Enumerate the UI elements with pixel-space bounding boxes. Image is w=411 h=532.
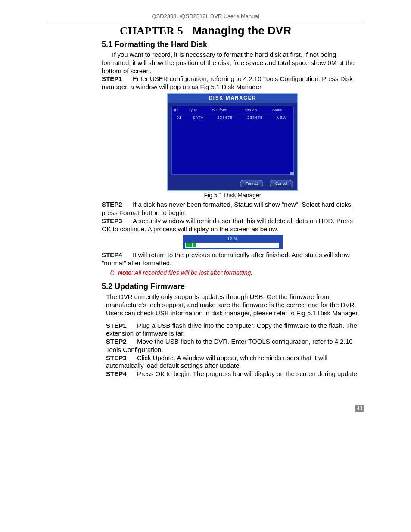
col-status: Status [270,106,293,114]
s52-step3-text: Click Update. A window will appear, whic… [106,354,327,370]
page-number: 43 [355,405,364,412]
col-free: Free/MB [240,106,270,114]
s52-step3-label: STEP3 [106,354,137,362]
disk-manager-title: DISK MANAGER [168,94,297,103]
step1-label: STEP1 [102,75,133,83]
format-button[interactable]: Format [240,180,264,187]
cell-size: 238475 [210,114,240,121]
step3-label: STEP3 [102,217,133,225]
step1-text: Enter USER configuration, referring to 4… [102,75,353,90]
cell-free: 238475 [240,114,270,121]
figure-disk-manager: DISK MANAGER ID Type Size/MB Free/MB Sta… [102,93,364,199]
cell-status: NEW [270,114,293,121]
s52-step4-line: STEP4Press OK to begin. The progress bar… [106,370,364,378]
col-size: Size/MB [210,106,240,114]
section-51-content: If you want to record, it is necessary t… [102,51,364,277]
col-type: Type [186,106,210,114]
s52-step4-label: STEP4 [106,370,137,378]
chapter-name: Managing the DVR [192,24,291,37]
section-51-intro: If you want to record, it is necessary t… [102,51,364,75]
disk-manager-window: DISK MANAGER ID Type Size/MB Free/MB Sta… [167,93,298,191]
section-52-content: The DVR currently only supports updates … [106,293,364,378]
cell-type: SATA [186,114,210,121]
progress-bar [185,243,280,248]
step2-text: If a disk has never been formatted, Stat… [102,201,353,216]
scrollbar[interactable] [290,104,294,175]
step2-label: STEP2 [102,201,133,209]
step2-line: STEP2If a disk has never been formatted,… [102,201,364,217]
s52-step1-text: Plug a USB flash drive into the computer… [106,322,357,337]
cell-id: 01 [172,114,186,121]
cancel-button[interactable]: Cancel [270,180,293,187]
figure-caption: Fig 5.1 Disk Manager [102,192,364,199]
note-text: : All recorded files will be lost after … [131,269,252,276]
s52-step2-text: Move the USB flash to the DVR. Enter TOO… [106,338,353,353]
progress-window: 12 % [183,235,283,249]
progress-percent: 12 % [185,236,280,241]
note-line: Note: All recorded files will be lost af… [109,269,364,277]
col-id: ID [172,106,186,114]
section-52-heading: 5.2 Updating Firmware [102,282,364,291]
s52-step3-line: STEP3Click Update. A window will appear,… [106,354,364,370]
figure-progress: 12 % [102,235,364,249]
step3-text: A security window will remind user that … [102,217,353,233]
step1-line: STEP1Enter USER configuration, referring… [102,75,364,91]
chapter-number: CHAPTER 5 [120,25,183,37]
table-row[interactable]: 01 SATA 238475 238475 NEW [172,114,293,121]
step4-label: STEP4 [102,251,133,259]
step3-line: STEP3A security window will remind user … [102,217,364,233]
disk-manager-buttons: Format Cancel [168,178,297,190]
s52-step4-text: Press OK to begin. The progress bar will… [137,370,359,377]
header-divider [47,22,364,22]
disk-manager-table: ID Type Size/MB Free/MB Status 01 SATA 2… [172,106,293,122]
s52-step1-line: STEP1Plug a USB flash drive into the com… [106,322,364,338]
chapter-title: CHAPTER 5 Managing the DVR [47,24,364,37]
table-header-row: ID Type Size/MB Free/MB Status [172,106,293,114]
step4-text: It will return to the previous automatic… [102,251,350,267]
disk-manager-table-area: ID Type Size/MB Free/MB Status 01 SATA 2… [171,106,294,175]
progress-cell [275,243,279,248]
section-52-intro: The DVR currently only supports updates … [106,293,364,317]
section-51-heading: 5.1 Formatting the Hard Disk [102,40,364,49]
s52-step2-line: STEP2Move the USB flash to the DVR. Ente… [106,338,364,354]
s52-step2-label: STEP2 [106,338,137,346]
step4-line: STEP4It will return to the previous auto… [102,251,364,268]
hand-icon [109,269,115,277]
doc-header: QSD2308L/QSD2316L DVR User's Manual [47,13,364,19]
note-label: Note [118,269,131,276]
s52-step1-label: STEP1 [106,322,137,330]
scroll-down-icon[interactable] [290,172,294,175]
